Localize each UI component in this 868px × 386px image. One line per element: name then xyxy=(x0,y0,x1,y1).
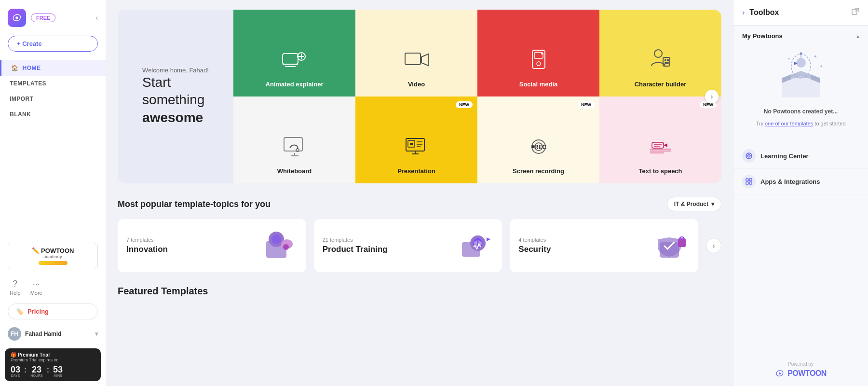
academy-logo: ✏️ POWTOON xyxy=(32,247,74,254)
countdown-mins: 53 MINS xyxy=(53,365,63,377)
template-card-product-training[interactable]: 21 templates Product Training xyxy=(314,219,502,272)
apps-integrations-label: Apps & Integrations xyxy=(760,178,820,185)
apps-integrations-item[interactable]: Apps & Integrations xyxy=(733,169,868,194)
svg-point-13 xyxy=(654,50,662,57)
svg-rect-16 xyxy=(667,59,669,61)
app-logo[interactable] xyxy=(8,9,26,27)
product-name: Product Training xyxy=(323,245,453,254)
templates-link[interactable]: one of our templates xyxy=(765,121,813,126)
card-social[interactable]: Social media xyxy=(477,10,599,96)
card-speech-label: Text to speech xyxy=(638,167,682,175)
card-animated-label: Animated explainer xyxy=(266,81,324,88)
svg-rect-48 xyxy=(782,78,820,97)
innovation-count: 7 templates xyxy=(126,237,257,243)
svg-text:▶: ▶ xyxy=(794,60,798,66)
sidebar: FREE ‹ + Create 🏠 HOME TEMPLATES IMPORT … xyxy=(0,0,106,386)
more-icon: ··· xyxy=(33,279,40,289)
popular-section-title: Most popular template-topics for you xyxy=(118,199,271,209)
more-button[interactable]: ··· More xyxy=(30,279,42,296)
card-presentation[interactable]: NEW Presentation xyxy=(355,96,477,183)
card-character-label: Character builder xyxy=(635,81,687,88)
svg-marker-8 xyxy=(421,54,428,66)
hero-next-arrow[interactable]: › xyxy=(705,90,719,103)
no-powtoons-sub: Try one of our templates to get started xyxy=(756,121,845,126)
card-whiteboard[interactable]: Whiteboard xyxy=(233,96,355,183)
countdown-days: 03 DAYS xyxy=(11,365,20,377)
svg-point-72 xyxy=(779,372,781,374)
card-screen-recording[interactable]: NEW REC Screen recording xyxy=(477,96,599,183)
toolbox-title: Toolbox xyxy=(749,8,848,17)
svg-rect-18 xyxy=(284,138,302,151)
sidebar-item-blank[interactable]: BLANK xyxy=(0,107,106,122)
toolbox-panel: › Toolbox My Powtoons ▴ xyxy=(733,0,868,386)
user-profile-row[interactable]: FH Fahad Hamid ▾ xyxy=(0,322,106,345)
academy-label: academy xyxy=(43,254,62,259)
help-button[interactable]: ? Help xyxy=(10,279,21,296)
powtoon-brand-icon xyxy=(775,369,785,378)
video-icon xyxy=(400,43,434,77)
pricing-button[interactable]: 🏷️ Pricing xyxy=(8,303,98,319)
templates-next-arrow[interactable]: › xyxy=(706,238,721,253)
topic-dropdown-button[interactable]: IT & Product ▾ xyxy=(667,197,721,211)
template-security-text: 4 templates Security xyxy=(518,237,649,254)
svg-rect-69 xyxy=(749,179,752,181)
sidebar-item-home[interactable]: 🏠 HOME xyxy=(0,60,106,76)
academy-pencil-decoration xyxy=(39,261,68,265)
sidebar-collapse-button[interactable]: ‹ xyxy=(95,14,98,22)
no-powtoons-text: No Powtoons created yet... xyxy=(764,108,838,115)
create-button[interactable]: + Create xyxy=(8,36,98,52)
help-row: ? Help ··· More xyxy=(0,274,106,301)
my-powtoons-content: ▶ No Powtoons created yet... Try one of … xyxy=(742,40,859,136)
svg-point-58 xyxy=(814,55,816,57)
security-name: Security xyxy=(518,245,649,254)
card-video[interactable]: Video xyxy=(355,10,477,96)
presentation-new-badge: NEW xyxy=(456,101,473,108)
svg-point-12 xyxy=(541,53,543,55)
svg-point-40 xyxy=(283,244,289,250)
toolbox-header: › Toolbox xyxy=(733,0,868,26)
hero-left: Welcome home, Fahad! Start something awe… xyxy=(118,10,233,183)
card-video-label: Video xyxy=(408,81,425,88)
svg-point-38 xyxy=(271,234,281,244)
svg-point-57 xyxy=(800,53,802,55)
apps-integrations-icon xyxy=(742,175,756,188)
dropdown-chevron-icon: ▾ xyxy=(711,201,714,207)
svg-text:REC: REC xyxy=(534,144,547,151)
template-cards-row: 7 templates Innovation 21 templates Prod… xyxy=(118,219,721,272)
hero-grid: Animated explainer Video xyxy=(233,10,721,183)
powtoon-brand-name: POWTOON xyxy=(787,369,827,378)
animated-explainer-icon xyxy=(278,43,312,77)
trial-title: 🎁 Premium Trial Premium Trial expires in… xyxy=(11,352,95,362)
template-card-security[interactable]: 4 templates Security xyxy=(510,219,698,272)
card-screen-label: Screen recording xyxy=(513,167,564,175)
svg-rect-68 xyxy=(746,179,748,181)
svg-point-55 xyxy=(796,58,806,68)
card-character[interactable]: Character builder xyxy=(599,10,721,96)
card-animated-explainer[interactable]: Animated explainer xyxy=(233,10,355,96)
svg-marker-44 xyxy=(487,237,490,241)
sidebar-item-templates[interactable]: TEMPLATES xyxy=(0,76,106,91)
countdown-hours: 23 HOURS xyxy=(30,365,42,377)
svg-rect-46 xyxy=(678,238,686,247)
learning-center-item[interactable]: Learning Center xyxy=(733,143,868,169)
powered-by-text: Powered by xyxy=(741,361,860,367)
user-chevron-icon: ▾ xyxy=(95,331,98,337)
main-content: Welcome home, Fahad! Start something awe… xyxy=(106,0,733,386)
my-powtoons-chevron-icon: ▴ xyxy=(856,33,859,40)
social-icon xyxy=(522,43,556,77)
template-product-text: 21 templates Product Training xyxy=(323,237,453,254)
toolbox-collapse-button[interactable]: › xyxy=(742,8,745,17)
hero-title: Start something awesome xyxy=(142,74,209,126)
sidebar-item-import[interactable]: IMPORT xyxy=(0,91,106,107)
card-text-to-speech[interactable]: NEW Text to speech xyxy=(599,96,721,183)
countdown-sep-2: : xyxy=(47,366,49,374)
template-card-innovation[interactable]: 7 templates Innovation xyxy=(118,219,306,272)
academy-box[interactable]: ✏️ POWTOON academy xyxy=(8,243,98,269)
svg-point-60 xyxy=(820,66,822,67)
svg-rect-7 xyxy=(405,53,420,65)
speech-icon xyxy=(644,130,678,164)
my-powtoons-label: My Powtoons xyxy=(742,32,783,40)
svg-point-63 xyxy=(748,155,750,157)
toolbox-external-link-button[interactable] xyxy=(852,8,859,17)
my-powtoons-header[interactable]: My Powtoons ▴ xyxy=(742,32,859,40)
